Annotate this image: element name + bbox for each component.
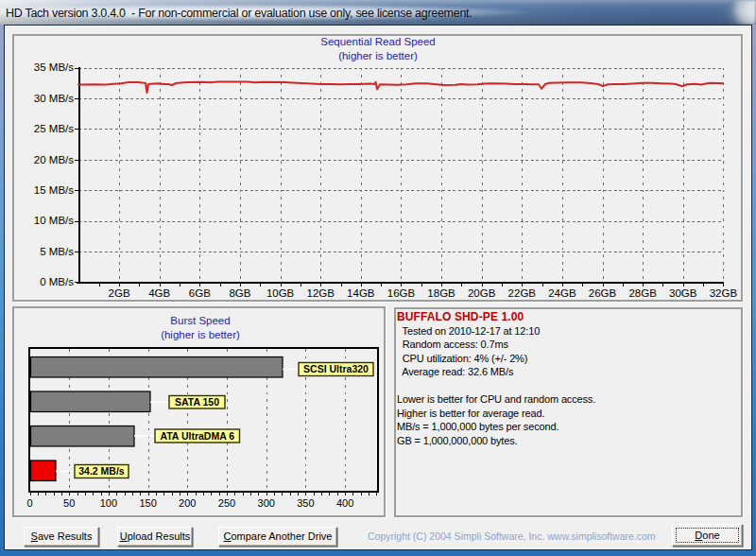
svg-text:30 MB/s: 30 MB/s xyxy=(34,93,74,104)
svg-text:250: 250 xyxy=(218,497,235,509)
svg-text:12GB: 12GB xyxy=(307,287,335,299)
svg-text:350: 350 xyxy=(297,497,314,509)
svg-text:22GB: 22GB xyxy=(508,287,537,299)
svg-text:6GB: 6GB xyxy=(189,287,211,299)
svg-text:20 MB/s: 20 MB/s xyxy=(34,154,74,165)
svg-text:0: 0 xyxy=(26,497,32,509)
svg-text:28GB: 28GB xyxy=(628,287,657,299)
svg-text:150: 150 xyxy=(139,497,156,509)
svg-text:300: 300 xyxy=(258,497,275,509)
svg-text:30GB: 30GB xyxy=(669,287,697,299)
svg-text:5 MB/s: 5 MB/s xyxy=(40,246,74,257)
svg-text:4GB: 4GB xyxy=(148,287,170,299)
svg-text:2GB: 2GB xyxy=(109,287,130,299)
svg-text:35 MB/s: 35 MB/s xyxy=(34,61,74,73)
svg-text:8GB: 8GB xyxy=(229,287,250,299)
svg-text:400: 400 xyxy=(336,497,353,509)
svg-text:0 MB/s: 0 MB/s xyxy=(40,276,74,287)
svg-text:34.2 MB/s: 34.2 MB/s xyxy=(78,465,125,477)
svg-text:20GB: 20GB xyxy=(468,287,496,299)
svg-text:32GB: 32GB xyxy=(710,287,738,299)
svg-text:200: 200 xyxy=(179,497,196,509)
svg-text:SATA 150: SATA 150 xyxy=(175,396,219,408)
svg-text:18GB: 18GB xyxy=(427,287,455,299)
svg-text:16GB: 16GB xyxy=(387,287,416,299)
svg-text:10GB: 10GB xyxy=(266,287,295,299)
svg-text:ATA UltraDMA 6: ATA UltraDMA 6 xyxy=(160,430,234,442)
svg-text:14GB: 14GB xyxy=(347,287,375,299)
svg-text:24GB: 24GB xyxy=(548,287,576,299)
svg-text:SCSI Ultra320: SCSI Ultra320 xyxy=(303,363,369,374)
svg-text:10 MB/s: 10 MB/s xyxy=(34,215,74,226)
svg-text:50: 50 xyxy=(63,497,75,509)
svg-text:15 MB/s: 15 MB/s xyxy=(34,184,74,196)
svg-text:26GB: 26GB xyxy=(589,287,617,299)
svg-text:100: 100 xyxy=(100,497,117,509)
svg-text:25 MB/s: 25 MB/s xyxy=(34,123,74,134)
